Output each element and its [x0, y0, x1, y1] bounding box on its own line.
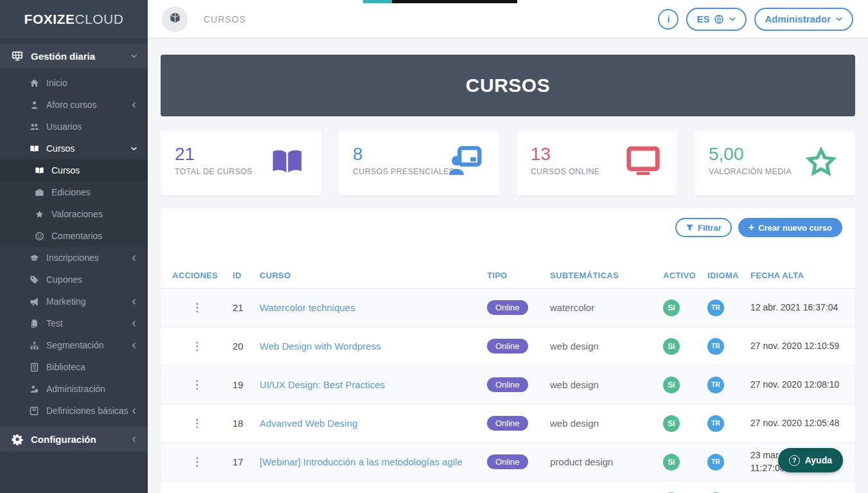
desktop-icon — [626, 145, 660, 182]
sidebar-item-gestion-diaria[interactable]: Gestión diaria — [0, 44, 148, 68]
row-actions-kebab-icon[interactable]: ⋮ — [191, 301, 199, 314]
module-cube-button[interactable] — [162, 6, 188, 32]
sidebar-item-label: Inscripciones — [46, 253, 99, 263]
billboard-icon — [12, 50, 23, 62]
table-row: ⋮ 20 Web Design with Wordpress Online we… — [161, 327, 855, 366]
sidebar-item-ediciones[interactable]: Ediciones — [0, 181, 148, 203]
funnel-icon — [686, 224, 694, 232]
table-row: ⋮ 19 UI/UX Design: Best Practices Online… — [161, 366, 855, 404]
sidebar-item-comentarios[interactable]: Comentarios — [0, 225, 148, 247]
course-link[interactable]: UI/UX Design: Best Practices — [260, 379, 385, 390]
filter-label: Filtrar — [698, 223, 722, 233]
language-selector[interactable]: ES — [686, 8, 747, 31]
row-subtematicas: web design — [550, 418, 663, 429]
user-label: Administrador — [765, 13, 831, 24]
address-book-icon — [28, 363, 40, 372]
stat-card: 8 CURSOS PRESENCIALES — [339, 131, 499, 195]
column-header: ACTIVO — [663, 271, 707, 280]
stat-card: 5,00 VALORACIÓN MEDIA — [695, 131, 855, 195]
chevron-down-icon — [729, 15, 736, 23]
chevron-left-icon — [130, 408, 137, 415]
sidebar-menu: Gestión diaria Inicio Aforo cursos Usuar… — [0, 39, 148, 493]
activo-badge: Sí — [663, 338, 680, 355]
activo-badge: Sí — [663, 415, 680, 432]
question-icon: ? — [789, 455, 800, 466]
sidebar-item-cursos[interactable]: Cursos — [0, 138, 148, 159]
filter-button[interactable]: Filtrar — [675, 218, 732, 237]
sidebar-item-configuracion[interactable]: Configuración — [0, 427, 148, 451]
table-body: ⋮ 21 Watercolor techniques Online waterc… — [161, 289, 855, 493]
chevron-left-icon — [130, 436, 137, 443]
logo-light: CLOUD — [75, 12, 123, 27]
chevron-left-icon — [130, 342, 137, 349]
sidebar-item-valoraciones[interactable]: Valoraciones — [0, 203, 148, 225]
gear-icon — [12, 433, 23, 445]
row-fecha: 27 nov. 2020 12:08:10 — [750, 379, 844, 391]
row-subtematicas: watercolor — [550, 302, 663, 313]
activo-badge: Sí — [663, 377, 680, 393]
open-book-icon — [28, 144, 40, 154]
row-id: 19 — [233, 379, 260, 390]
course-link[interactable]: Advanved Web Desing — [260, 418, 357, 429]
chevron-left-icon — [130, 298, 137, 305]
create-course-button[interactable]: + Crear nuevo curso — [738, 218, 842, 237]
sidebar-item-cupones[interactable]: Cupones — [0, 269, 148, 291]
table-header: ACCIONESIDCURSOTIPOSUBTEMÁTICASACTIVOIDI… — [161, 263, 855, 289]
sidebar-item-biblioteca[interactable]: Biblioteca — [0, 356, 148, 378]
sidebar-item-marketing[interactable]: Marketing — [0, 291, 148, 312]
row-fecha: 27 nov. 2020 12:05:48 — [750, 417, 844, 430]
sidebar-item-inscripciones[interactable]: Inscripciones — [0, 247, 148, 269]
sidebar-item-test[interactable]: Test — [0, 312, 148, 334]
chevron-left-icon — [130, 102, 137, 109]
table-row: ⋮ 17 [Webinar] Introducción a las metodo… — [161, 443, 855, 481]
idioma-badge: TR — [707, 454, 724, 471]
sidebar-item-administracion[interactable]: Administración — [0, 378, 148, 400]
chevron-left-icon — [130, 255, 137, 262]
info-button[interactable]: i — [658, 9, 678, 30]
megaphone-icon — [28, 297, 40, 307]
row-actions-kebab-icon[interactable]: ⋮ — [191, 378, 199, 391]
home-icon — [28, 78, 40, 88]
tipo-badge: Online — [487, 377, 528, 392]
top-progress-strip-black — [392, 0, 517, 3]
page-banner: CURSOS — [161, 55, 855, 116]
stat-card: 21 TOTAL DE CURSOS — [161, 131, 321, 195]
column-header: IDIOMA — [707, 271, 750, 280]
column-header: FECHA ALTA — [750, 271, 844, 280]
sidebar-item-inicio[interactable]: Inicio — [0, 72, 148, 94]
sidebar-item-label: Cursos — [51, 165, 80, 175]
tag-icon — [28, 275, 40, 285]
help-label: Ayuda — [805, 455, 832, 465]
column-header: TIPO — [487, 271, 550, 280]
top-progress-strip-teal — [363, 0, 392, 3]
breadcrumb: CURSOS — [204, 14, 246, 24]
course-link[interactable]: [Webinar] Introducción a las metodología… — [260, 456, 463, 467]
app-logo: FOXIZECLOUD — [0, 0, 148, 39]
tipo-badge: Online — [487, 416, 528, 431]
row-id: 17 — [233, 456, 260, 467]
sidebar-item-usuarios[interactable]: Usuarios — [0, 116, 148, 138]
sidebar-item-segmentacion[interactable]: Segmentación — [0, 334, 148, 356]
sidebar-item-aforo-cursos[interactable]: Aforo cursos — [0, 94, 148, 116]
globe-icon — [714, 14, 724, 24]
user-menu[interactable]: Administrador — [754, 8, 853, 31]
table-row: ⋮ 18 Advanved Web Desing Online web desi… — [161, 404, 855, 443]
sidebar-item-cursos[interactable]: Cursos — [0, 159, 148, 181]
row-actions-kebab-icon[interactable]: ⋮ — [191, 339, 199, 353]
course-link[interactable]: Web Design with Wordpress — [260, 341, 381, 352]
smiley-icon — [33, 231, 45, 241]
help-button[interactable]: ? Ayuda — [778, 448, 843, 472]
row-fecha: 27 nov. 2020 12:10:59 — [750, 340, 844, 353]
row-actions-kebab-icon[interactable]: ⋮ — [191, 417, 199, 430]
row-id: 21 — [233, 302, 260, 313]
row-id: 18 — [233, 418, 260, 429]
course-link[interactable]: Watercolor techniques — [260, 302, 355, 313]
sidebar: FOXIZECLOUD Gestión diaria Inicio Aforo … — [0, 0, 148, 493]
topbar: CURSOS i ES Administrador — [148, 0, 868, 39]
open-book-icon — [33, 166, 45, 175]
sidebar-item-definiciones-basicas[interactable]: Definiciones básicas — [0, 400, 148, 422]
row-actions-kebab-icon[interactable]: ⋮ — [191, 455, 199, 469]
create-label: Crear nuevo curso — [758, 223, 832, 233]
plus-icon: + — [748, 222, 754, 233]
stat-card: 13 CURSOS ONLINE — [517, 131, 677, 195]
